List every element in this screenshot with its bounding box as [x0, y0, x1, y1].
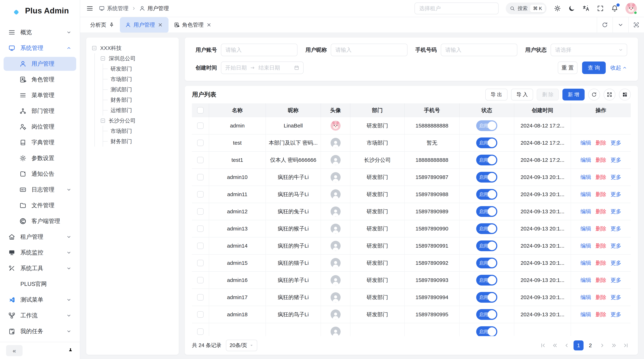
more-link[interactable]: 更多: [610, 294, 621, 301]
status-toggle[interactable]: 启用: [476, 275, 497, 286]
content-fullscreen-button[interactable]: [628, 17, 644, 32]
delete-link[interactable]: 删除: [596, 208, 606, 215]
more-link[interactable]: 更多: [610, 311, 621, 318]
row-checkbox[interactable]: [197, 260, 204, 266]
row-checkbox[interactable]: [197, 174, 204, 180]
reset-button[interactable]: 重 置: [558, 61, 578, 74]
account-input[interactable]: [221, 44, 298, 56]
last-page-button[interactable]: [621, 341, 631, 351]
sidebar-item-post-mgmt[interactable]: 岗位管理: [4, 120, 76, 134]
status-toggle[interactable]: 启用: [476, 309, 497, 320]
next-page-button[interactable]: [597, 341, 607, 351]
sidebar-item-menu-mgmt[interactable]: 菜单管理: [4, 88, 76, 102]
row-checkbox[interactable]: [197, 311, 204, 318]
date-range-picker[interactable]: 开始日期 结束日期: [221, 61, 304, 74]
user-avatar[interactable]: [626, 3, 637, 14]
row-checkbox[interactable]: [197, 122, 204, 129]
row-checkbox[interactable]: [197, 277, 204, 283]
edit-link[interactable]: 编辑: [580, 311, 591, 318]
status-toggle[interactable]: 启用: [476, 326, 497, 336]
tab-analysis[interactable]: 分析页: [85, 17, 120, 32]
delete-link[interactable]: 删除: [596, 225, 606, 232]
delete-link[interactable]: 删除: [596, 311, 606, 318]
edit-link[interactable]: 编辑: [580, 277, 591, 284]
edit-link[interactable]: 编辑: [580, 259, 591, 267]
jump-back-button[interactable]: [550, 341, 560, 351]
status-select[interactable]: 请选择: [550, 44, 627, 56]
tree-node-dept[interactable]: 财务部门: [103, 95, 173, 105]
more-link[interactable]: 更多: [610, 242, 621, 250]
breadcrumb-item-user[interactable]: 用户管理: [139, 5, 169, 12]
page-button-1[interactable]: 1: [574, 341, 584, 351]
sidebar-item-plus-site[interactable]: PLUS官网: [4, 277, 76, 291]
table-fullscreen-button[interactable]: [604, 89, 616, 100]
status-toggle[interactable]: 启用: [476, 155, 497, 165]
page-size-select[interactable]: 20条/页: [226, 340, 257, 351]
collapse-box-icon[interactable]: [100, 118, 106, 123]
tree-node-dept[interactable]: 市场部门: [103, 74, 173, 84]
sidebar-item-gitee[interactable]: gitee记录: [4, 340, 76, 342]
status-toggle[interactable]: 启用: [476, 258, 497, 268]
jump-forward-button[interactable]: [609, 341, 619, 351]
tab-role-mgmt[interactable]: 角色管理: [168, 17, 217, 32]
status-toggle[interactable]: 启用: [476, 292, 497, 303]
more-link[interactable]: 更多: [610, 259, 621, 267]
status-toggle[interactable]: 启用: [476, 120, 497, 131]
tab-refresh-button[interactable]: [597, 17, 612, 32]
collapse-filters-link[interactable]: 收起: [610, 64, 627, 71]
settings-button[interactable]: [554, 5, 561, 12]
page-button-2[interactable]: 2: [585, 341, 595, 351]
row-checkbox[interactable]: [197, 208, 204, 215]
tree-node-dept[interactable]: 运维部门: [103, 105, 173, 115]
edit-link[interactable]: 编辑: [580, 225, 591, 232]
more-link[interactable]: 更多: [610, 156, 621, 164]
more-link[interactable]: 更多: [610, 277, 621, 284]
edit-link[interactable]: 编辑: [580, 156, 591, 164]
select-all-checkbox[interactable]: [197, 107, 204, 113]
search-button[interactable]: 查 询: [582, 61, 606, 74]
delete-link[interactable]: 删除: [596, 259, 606, 267]
status-toggle[interactable]: 启用: [476, 172, 497, 183]
collapse-box-icon[interactable]: [100, 56, 106, 61]
column-settings-button[interactable]: [619, 89, 631, 100]
delete-link[interactable]: 删除: [596, 191, 606, 198]
sidebar-item-notice[interactable]: 通知公告: [4, 167, 76, 181]
export-button[interactable]: 导 出: [485, 89, 508, 100]
delete-link[interactable]: 删除: [596, 174, 606, 181]
close-icon[interactable]: [158, 22, 163, 28]
add-button[interactable]: 新 增: [562, 89, 584, 100]
tree-node-company-1[interactable]: 长沙分公司: [95, 115, 173, 126]
row-checkbox[interactable]: [197, 294, 204, 301]
sidebar-item-overview[interactable]: 概览: [4, 25, 76, 39]
sidebar-item-tenant-mgmt[interactable]: 租户管理: [4, 230, 76, 244]
row-checkbox[interactable]: [197, 225, 204, 232]
sidebar-toggle-button[interactable]: [86, 5, 94, 12]
sidebar-pin-icon[interactable]: [67, 347, 74, 354]
sidebar-item-role-mgmt[interactable]: 角色管理: [4, 73, 76, 86]
status-toggle[interactable]: 启用: [476, 137, 497, 148]
notifications-button[interactable]: [611, 5, 618, 12]
delete-button[interactable]: 删 除: [537, 89, 559, 100]
tab-menu-button[interactable]: [612, 17, 628, 32]
edit-link[interactable]: 编辑: [580, 191, 591, 198]
more-link[interactable]: 更多: [610, 208, 621, 215]
more-link[interactable]: 更多: [610, 225, 621, 232]
sidebar-item-sys-tools[interactable]: 系统工具: [4, 261, 76, 275]
tree-node-root[interactable]: XXX科技: [92, 43, 173, 53]
prev-page-button[interactable]: [562, 341, 572, 351]
tree-node-company-0[interactable]: 深圳总公司: [95, 53, 173, 64]
tree-node-dept[interactable]: 研发部门: [103, 64, 173, 74]
edit-link[interactable]: 编辑: [580, 242, 591, 250]
language-button[interactable]: [582, 5, 590, 12]
global-search-button[interactable]: 搜索 ⌘ K: [506, 2, 547, 14]
tenant-select-input[interactable]: [414, 2, 498, 14]
more-link[interactable]: 更多: [610, 139, 621, 147]
row-checkbox[interactable]: [197, 191, 204, 198]
edit-link[interactable]: 编辑: [580, 294, 591, 301]
breadcrumb-item-system[interactable]: 系统管理: [99, 5, 128, 12]
sidebar-item-sys-monitor[interactable]: 系统监控: [4, 246, 76, 260]
dark-mode-button[interactable]: [568, 5, 575, 12]
sidebar-item-workflow[interactable]: 工作流: [4, 309, 76, 323]
edit-link[interactable]: 编辑: [580, 174, 591, 181]
sidebar-item-log-mgmt[interactable]: 日志管理: [4, 183, 76, 197]
